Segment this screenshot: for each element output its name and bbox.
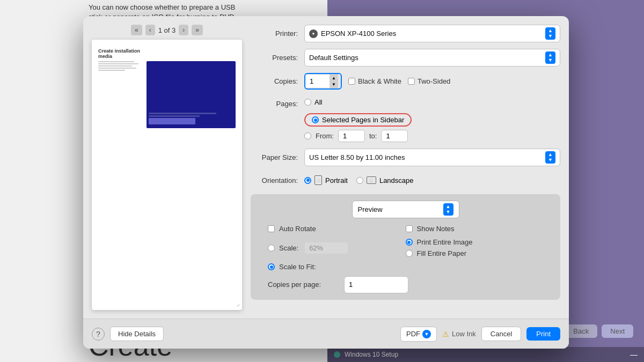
auto-rotate-checkbox[interactable] [268,225,275,232]
paper-size-row: Paper Size: US Letter 8.50 by 11.00 inch… [251,149,560,166]
print-entire-label: Print Entire Image [417,238,473,246]
from-input[interactable] [338,130,365,142]
presets-row: Presets: Default Settings ▲ ▼ [251,49,560,67]
last-page-button[interactable]: » [192,25,203,35]
all-radio[interactable] [304,99,311,106]
presets-value: Default Settings [309,54,542,62]
page-count: 1 of 3 [158,26,176,34]
preview-bar-1 [149,113,217,114]
arrow-up: ▲ [548,28,553,33]
scale-radio[interactable] [268,245,275,252]
copies-control: ▲ ▼ Black & White Two-Sided [304,73,560,90]
black-white-checkbox[interactable] [348,78,355,85]
cancel-button[interactable]: Cancel [481,327,521,341]
fill-paper-radio[interactable] [406,250,413,257]
print-dialog: « ‹ 1 of 3 › » Create installationmedia [83,16,569,349]
black-white-label: Black & White [358,77,401,85]
options-grid: Auto Rotate Show Notes Scale: [259,225,552,271]
arrow-down: ▼ [548,34,553,39]
copies-per-page-label: Copies per page: [268,280,338,289]
printer-control: ● EPSON XP-4100 Series ▲ ▼ [304,25,560,42]
paper-size-control: US Letter 8.50 by 11.00 inches ▲ ▼ [304,149,560,166]
copies-options: ▲ ▼ Black & White Two-Sided [304,73,560,90]
taskbar-minimize[interactable]: — [630,350,638,359]
dialog-body: « ‹ 1 of 3 › » Create installationmedia [83,16,569,319]
pdf-button[interactable]: PDF ▼ [400,327,437,342]
preview-arrows[interactable]: ▲ ▼ [443,203,453,216]
radio-dot [306,179,310,182]
copies-input[interactable] [305,75,330,87]
landscape-radio[interactable] [356,177,363,184]
print-entire-radio[interactable] [406,239,413,246]
to-input[interactable] [381,130,408,142]
printer-select[interactable]: ● EPSON XP-4100 Series ▲ ▼ [304,25,560,42]
arrow-down: ▼ [548,58,553,63]
low-ink-warning: ⚠ Low Ink [442,330,476,338]
print-button[interactable]: Print [526,327,560,341]
scale-to-fit-radio[interactable] [268,263,275,270]
hide-details-button[interactable]: Hide Details [110,327,164,341]
printer-arrows[interactable]: ▲ ▼ [545,27,555,40]
preview-dropdown-value: Preview [358,205,440,213]
low-ink-label: Low Ink [452,330,476,338]
scale-input[interactable] [305,242,348,254]
show-notes-checkbox[interactable] [406,225,413,232]
portrait-option[interactable]: ⬜ Portrait [304,175,348,185]
pdf-arrow-icon: ▼ [422,330,431,338]
next-page-button[interactable]: › [179,25,188,35]
preview-lines [98,61,143,71]
two-sided-option[interactable]: Two-Sided [408,77,450,85]
paper-size-select[interactable]: US Letter 8.50 by 11.00 inches ▲ ▼ [304,149,560,166]
copies-stepper[interactable]: ▲ ▼ [330,74,338,88]
pages-row: Pages: All [251,96,560,111]
radio-dot [314,119,317,122]
prev-page-button[interactable]: ‹ [145,25,155,35]
next-button[interactable]: Next [602,324,633,338]
radio-dot [407,241,411,244]
portrait-icon: ⬜ [314,175,322,185]
paper-size-label: Paper Size: [251,153,304,161]
landscape-option[interactable]: ⬜ Landscape [356,176,414,184]
middle-section: Preview ▲ ▼ Auto Rotate [251,194,560,299]
pages-label: Pages: [251,100,304,108]
all-option: All [304,98,322,106]
copies-per-page-input[interactable] [345,278,408,291]
all-label: All [314,98,322,106]
from-label: From: [316,132,334,140]
orientation-row: Orientation: ⬜ Portrait ⬜ Landscape [251,173,560,188]
fill-paper-option: Fill Entire Paper [406,249,544,257]
copies-label: Copies: [251,77,304,85]
selected-pages-radio[interactable] [312,116,319,123]
preview-select[interactable]: Preview ▲ ▼ [352,201,459,218]
paper-size-arrows[interactable]: ▲ ▼ [545,151,555,164]
preview-content: Create installationmedia [98,48,236,128]
preview-panel: « ‹ 1 of 3 › » Create installationmedia [92,25,242,310]
from-radio[interactable] [304,132,311,139]
black-white-option[interactable]: Black & White [348,77,401,85]
presets-label: Presets: [251,54,304,62]
radio-dot [270,265,273,269]
page-nav: « ‹ 1 of 3 › » [92,25,242,35]
preview-line [98,61,134,62]
arrow-up: ▲ [446,204,451,209]
printer-value: EPSON XP-4100 Series [321,29,542,38]
back-button[interactable]: Back [565,324,597,338]
two-sided-checkbox[interactable] [408,78,415,85]
scale-to-fit-option: Scale to Fit: [268,263,406,271]
taskbar: Windows 10 Setup — [327,347,644,362]
from-to-row: From: to: [304,130,560,142]
portrait-radio[interactable] [304,177,311,184]
taskbar-label: Windows 10 Setup [345,351,398,358]
arrow-up: ▲ [548,53,553,57]
help-button[interactable]: ? [92,328,105,341]
pdf-label: PDF [406,330,420,338]
presets-arrows[interactable]: ▲ ▼ [545,51,555,64]
presets-select[interactable]: Default Settings ▲ ▼ [304,49,560,67]
landscape-label: Landscape [379,176,414,184]
preview-line [98,68,136,69]
fill-paper-label: Fill Entire Paper [417,249,466,257]
copies-per-page-stepper: ▲ ▼ [344,276,408,293]
first-page-button[interactable]: « [131,25,142,35]
copies-per-page-row: Copies per page: ▲ ▼ [259,276,552,293]
preview-image-box [147,61,236,128]
